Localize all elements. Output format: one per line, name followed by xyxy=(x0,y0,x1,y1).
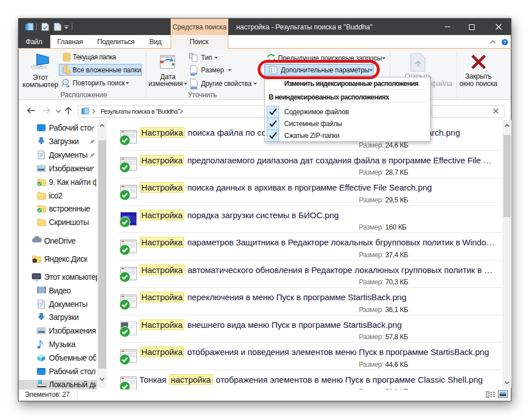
svg-text:?: ? xyxy=(503,40,506,45)
